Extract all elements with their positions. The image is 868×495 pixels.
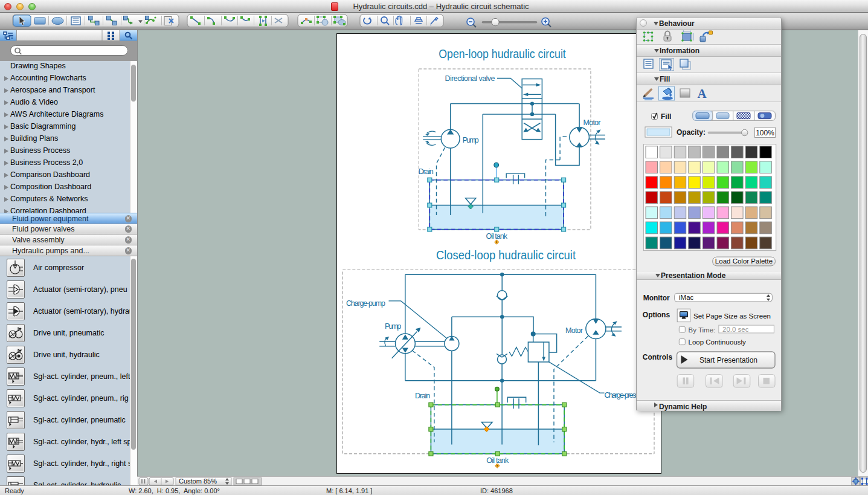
svg-text:Drain: Drain <box>419 167 434 176</box>
svg-text:Directional valve: Directional valve <box>445 74 495 83</box>
svg-text:100%: 100% <box>756 129 774 137</box>
svg-text:A: A <box>697 86 707 101</box>
svg-text:Options: Options <box>643 311 670 319</box>
svg-text:Pump: Pump <box>385 322 401 331</box>
svg-text:iMac: iMac <box>679 294 694 301</box>
svg-text:Fill: Fill <box>661 112 671 121</box>
svg-text:Drain: Drain <box>415 392 430 400</box>
svg-text:Oil tank: Oil tank <box>486 456 509 465</box>
svg-text:Opacity:: Opacity: <box>677 128 706 137</box>
svg-text:Closed-loop hudraulic circuit: Closed-loop hudraulic circuit <box>436 248 576 262</box>
svg-text:Monitor: Monitor <box>643 294 670 302</box>
svg-text:20.0 sec: 20.0 sec <box>722 326 749 333</box>
svg-text:Start Presentation: Start Presentation <box>699 356 757 364</box>
svg-text:Controls: Controls <box>643 353 673 361</box>
svg-text:Motor: Motor <box>565 326 583 335</box>
svg-text:Oil tank: Oil tank <box>486 232 507 241</box>
svg-text:Load Color Palette: Load Color Palette <box>715 257 773 265</box>
svg-text:Loop Continuously: Loop Continuously <box>689 338 747 346</box>
svg-text:Set Page Size as Screen: Set Page Size as Screen <box>693 312 771 320</box>
svg-text:Charge-pump: Charge-pump <box>346 299 385 308</box>
svg-text:Open-loop hudraulic circuit: Open-loop hudraulic circuit <box>439 47 566 60</box>
svg-text:Motor: Motor <box>583 118 601 127</box>
svg-text:Pump: Pump <box>463 136 479 144</box>
svg-text:Charge-press: Charge-press <box>605 391 639 400</box>
svg-text:By Time:: By Time: <box>689 326 716 334</box>
svg-text:Custom 85%: Custom 85% <box>179 477 217 485</box>
